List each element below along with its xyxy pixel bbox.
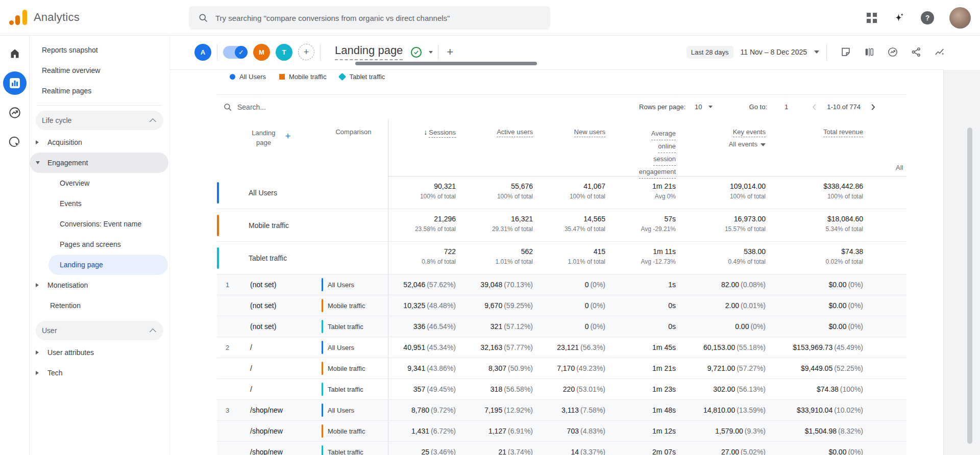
table-row[interactable]: /Mobile traffic9,341(43.86%)8,307(50.9%)… [217, 358, 906, 379]
column-header-active-users[interactable]: Active users [461, 119, 538, 179]
table-search[interactable] [223, 103, 350, 112]
add-dimension-icon[interactable]: + [285, 131, 290, 141]
global-search[interactable] [189, 6, 550, 30]
next-page-icon[interactable] [867, 101, 879, 113]
comparison-color-bar [322, 341, 323, 354]
comparison-chip-tablet[interactable]: T [276, 44, 292, 61]
reports-icon[interactable] [3, 71, 27, 95]
metric-value: 8,780 [411, 406, 429, 414]
totals-row-all-users[interactable]: All Users90,321100% of total55,676100% o… [217, 176, 906, 209]
column-header-avg-engagement[interactable]: Average online session engagement [610, 119, 681, 179]
chevron-down-icon[interactable] [429, 51, 433, 54]
apps-grid-icon[interactable] [867, 13, 877, 23]
comparison-chip-mobile[interactable]: M [253, 44, 270, 61]
metric-percent: (7.58%) [580, 406, 605, 414]
landing-page-cell: / [248, 343, 319, 351]
sidebar-section-user[interactable]: User [36, 321, 163, 340]
column-header-sessions[interactable]: ↓Sessions [388, 119, 461, 179]
horizontal-scrollbar-thumb[interactable] [355, 62, 537, 65]
metric-percent: (12.92%) [504, 406, 533, 414]
share-icon[interactable] [910, 45, 923, 59]
totals-metric-cell: 14,56535.47% of total [538, 209, 610, 241]
table-row[interactable]: 3/shop/newAll Users8,780(9.72%)7,195(12.… [217, 400, 906, 421]
column-header-landing-page[interactable]: Landing page + [217, 119, 319, 179]
vertical-scrollbar-thumb[interactable] [967, 128, 972, 444]
totals-row-tablet-traffic[interactable]: Tablet traffic7220.8% of total5621.01% o… [217, 242, 906, 274]
saved-check-icon[interactable] [411, 47, 422, 58]
comparison-panels-icon[interactable] [863, 45, 876, 59]
metric-cell: $0.00(0%) [771, 281, 868, 289]
sidebar-item-tech[interactable]: Tech [30, 363, 169, 383]
metric-value: 14 [571, 448, 579, 455]
global-search-input[interactable] [215, 14, 541, 22]
sidebar-item-pages-and-screens[interactable]: Pages and screens [30, 234, 169, 255]
date-range[interactable]: 11 Nov – 8 Dec 2025 [741, 48, 807, 56]
column-header-key-events[interactable]: Key events All events [681, 119, 771, 179]
sidebar-divider [37, 105, 162, 106]
sidebar-item-label: Monetisation [47, 281, 88, 289]
metric-percent: (52.25%) [834, 364, 863, 372]
sidebar-item-overview[interactable]: Overview [30, 173, 169, 193]
report-title[interactable]: Landing page [335, 44, 403, 60]
table-row[interactable]: 2/All Users40,951(45.34%)32,163(57.77%)2… [217, 337, 906, 358]
chevron-down-icon[interactable] [708, 106, 713, 108]
date-preset-badge[interactable]: Last 28 days [687, 46, 733, 59]
sparkline-insights-icon[interactable] [933, 45, 946, 59]
metric-value: $0.00 [828, 281, 846, 289]
avatar[interactable] [949, 7, 971, 29]
goto-page-value[interactable]: 1 [785, 103, 788, 111]
add-comparison-button[interactable]: + [298, 44, 314, 60]
home-icon[interactable] [3, 42, 27, 65]
metric-percent: (46.54%) [427, 322, 456, 331]
previous-page-icon[interactable] [808, 101, 821, 113]
sidebar-item-engagement[interactable]: Engagement [30, 153, 168, 173]
sidebar-item-label: Conversions: Event name [60, 220, 141, 228]
metric-value: 1m 48s [652, 406, 676, 414]
chevron-up-icon [150, 118, 156, 125]
comparison-toggle[interactable]: ✓ [223, 46, 248, 59]
table-row[interactable]: (not set)Mobile traffic10,325(48.48%)9,6… [217, 295, 906, 316]
sidebar-item-realtime-pages[interactable]: Realtime pages [30, 81, 169, 101]
legend-item-mobile-traffic[interactable]: Mobile traffic [279, 73, 326, 81]
comparison-cell: Mobile traffic [319, 421, 388, 441]
insights-icon[interactable] [886, 45, 899, 59]
table-row[interactable]: /Tablet traffic357(49.45%)318(56.58%)220… [217, 379, 906, 400]
notes-icon[interactable] [839, 45, 852, 59]
sidebar-item-monetisation[interactable]: Monetisation [30, 275, 169, 295]
table-row[interactable]: /shop/newTablet traffic25(3.46%)21(3.74%… [217, 442, 906, 455]
sidebar-section-life-cycle[interactable]: Life cycle [36, 111, 163, 130]
rows-per-page-value[interactable]: 10 [695, 103, 702, 111]
sidebar-item-conversions-event-name[interactable]: Conversions: Event name [30, 214, 169, 234]
brand[interactable]: Analytics [8, 7, 80, 28]
key-events-filter[interactable]: All events [681, 140, 766, 148]
advertising-icon[interactable] [3, 131, 27, 154]
gemini-sparkle-icon[interactable] [892, 11, 905, 24]
legend-item-tablet-traffic[interactable]: Tablet traffic [339, 73, 385, 81]
sidebar-item-user-attributes[interactable]: User attributes [30, 342, 169, 363]
totals-row-mobile-traffic[interactable]: Mobile traffic21,29623.58% of total16,32… [217, 209, 906, 242]
add-report-tab-button[interactable]: + [447, 45, 453, 59]
help-icon[interactable]: ? [921, 11, 934, 24]
comparison-chip-all-users[interactable]: A [194, 44, 211, 61]
sidebar-item-acquisition[interactable]: Acquisition [30, 132, 169, 153]
column-header-comparison: Comparison [319, 119, 388, 179]
column-header-total-revenue[interactable]: Total revenue [771, 119, 868, 179]
sidebar-item-events[interactable]: Events [30, 193, 169, 214]
metric-percent: (3.37%) [580, 448, 605, 455]
sidebar-item-retention[interactable]: Retention [30, 295, 169, 316]
sidebar-item-realtime-overview[interactable]: Realtime overview [30, 60, 169, 81]
legend-item-all-users[interactable]: All Users [230, 73, 266, 81]
comparison-color-bar [322, 320, 323, 333]
sidebar-item-landing-page[interactable]: Landing page [48, 255, 168, 275]
sidebar-item-reports-snapshot[interactable]: Reports snapshot [30, 40, 169, 60]
explore-icon[interactable] [3, 101, 27, 124]
table-row[interactable]: 1(not set)All Users52,046(57.62%)39,048(… [217, 274, 906, 295]
comparison-color-bar [217, 215, 219, 236]
table-row[interactable]: /shop/newMobile traffic1,431(6.72%)1,127… [217, 421, 906, 442]
comparison-label: All Users [328, 281, 354, 289]
table-row[interactable]: (not set)Tablet traffic336(46.54%)321(57… [217, 316, 906, 337]
comparison-label: Mobile traffic [328, 427, 365, 435]
column-header-new-users[interactable]: New users [538, 119, 610, 179]
chevron-down-icon[interactable] [814, 50, 819, 54]
table-search-input[interactable] [237, 103, 350, 111]
